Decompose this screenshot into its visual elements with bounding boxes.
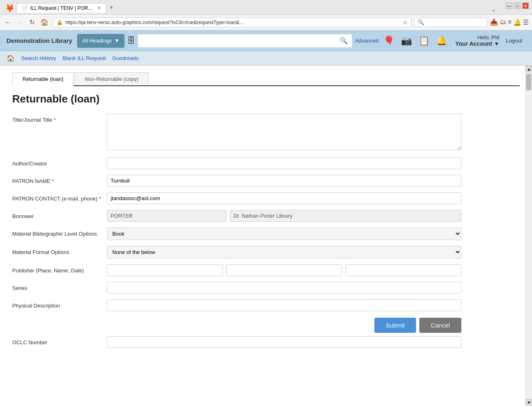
series-label: Series	[12, 282, 102, 291]
series-row: Series	[12, 282, 461, 294]
minimize-button[interactable]: —	[506, 2, 512, 9]
tab-non-returnable[interactable]: Non-Returnable (copy)	[74, 72, 149, 85]
title-required-marker: *	[53, 117, 56, 123]
physical-desc-field	[107, 299, 461, 311]
form-buttons: Submit Cancel	[12, 318, 461, 333]
home-icon[interactable]: 🏠	[7, 54, 15, 62]
account-chevron-icon: ▼	[494, 40, 499, 47]
reload-button[interactable]: ↻	[28, 18, 36, 27]
patron-name-input[interactable]	[107, 175, 461, 187]
search-dropdown-label: All Headings	[82, 38, 112, 44]
form-title: Returnable (loan)	[12, 93, 520, 105]
search-dropdown[interactable]: All Headings ▼	[77, 34, 125, 48]
borrower-fields	[107, 210, 461, 222]
oclc-input[interactable]	[107, 336, 461, 348]
list-icon[interactable]: 📋	[418, 36, 430, 46]
close-button[interactable]: ✕	[522, 2, 529, 9]
publisher-label: Publisher (Place, Name, Date)	[12, 264, 102, 274]
menu-icon[interactable]: ☰	[523, 18, 529, 26]
advanced-search-button[interactable]: Advanced	[355, 38, 378, 44]
bookmark-icon[interactable]: ☆	[403, 19, 408, 26]
author-row: Author/Creator	[12, 157, 461, 169]
back-button[interactable]: ←	[3, 18, 13, 27]
publisher-place-input[interactable]	[107, 264, 223, 276]
scroll-down-button[interactable]: ▼	[526, 399, 532, 406]
material-biblio-select[interactable]: Book Article Chapter Thesis Other	[107, 227, 461, 240]
browser-search-input[interactable]	[426, 20, 484, 25]
material-biblio-label: Material Bibliographic Level Options	[12, 227, 102, 237]
account-greeting: Hello, Phil	[455, 35, 499, 40]
submit-button[interactable]: Submit	[374, 318, 416, 333]
patron-contact-row: PATRON CONTACT (e-mail, phone) *	[12, 192, 461, 204]
address-bar[interactable]: 🔒 https://qa-tenv-verso.auto-graphics.co…	[53, 18, 412, 27]
browser-tab[interactable]: 📄 ILL Request | TENV | PORTER | Au... ✕	[16, 3, 106, 13]
author-input[interactable]	[107, 157, 461, 169]
url-text: https://qa-tenv-verso.auto-graphics.com/…	[65, 20, 400, 25]
app-title: Demonstration Library	[7, 37, 72, 44]
patron-contact-label: PATRON CONTACT (e-mail, phone) *	[12, 192, 102, 202]
search-history-link[interactable]: Search History	[21, 55, 56, 61]
search-input-wrap: 🔍	[138, 34, 353, 48]
form-tabs: Returnable (loan) Non-Returnable (copy)	[12, 72, 520, 86]
notification-icon[interactable]: 🔔	[436, 36, 447, 46]
patron-name-label: PATRON NAME *	[12, 175, 102, 184]
new-tab-button[interactable]: +	[106, 2, 116, 13]
account-name[interactable]: Your Account ▼	[455, 40, 499, 47]
material-format-select[interactable]: None of the below Microfilm Large Print …	[107, 246, 461, 258]
material-biblio-field: Book Article Chapter Thesis Other	[107, 227, 461, 240]
tab-returnable[interactable]: Returnable (loan)	[12, 72, 73, 86]
tab-close-button[interactable]: ✕	[97, 5, 101, 11]
patron-contact-field	[107, 192, 461, 204]
search-button[interactable]: 🔍	[336, 35, 352, 46]
logout-button[interactable]: Logout	[503, 36, 525, 45]
tab-overflow-icon[interactable]: ⌄	[491, 6, 496, 13]
balloon-icon[interactable]: 🎈	[383, 36, 394, 46]
goodreads-link[interactable]: Goodreads	[112, 55, 138, 61]
publisher-fields	[107, 264, 461, 276]
patron-name-required-marker: *	[52, 178, 54, 184]
publisher-row: Publisher (Place, Name, Date)	[12, 264, 461, 276]
database-icon[interactable]: 🗄	[127, 36, 135, 45]
browser-search-bar[interactable]: 🔍	[414, 18, 487, 27]
scroll-up-button[interactable]: ▲	[526, 66, 532, 72]
author-label: Author/Creator	[12, 157, 102, 167]
search-form: All Headings ▼ 🗄 🔍 Advanced	[77, 34, 378, 48]
blank-ill-request-link[interactable]: Blank ILL Request	[62, 55, 106, 61]
chevron-down-icon: ▼	[114, 38, 120, 44]
cancel-button[interactable]: Cancel	[419, 318, 461, 333]
material-format-row: Material Format Options None of the belo…	[12, 246, 461, 258]
forward-button[interactable]: →	[16, 18, 25, 27]
account-section[interactable]: Hello, Phil Your Account ▼	[455, 35, 499, 47]
reader-icon[interactable]: ≡	[508, 18, 512, 26]
search-icon: 🔍	[418, 19, 424, 25]
author-field	[107, 157, 461, 169]
bell-icon[interactable]: 🔔	[513, 18, 521, 26]
title-row: Title/Journal Title *	[12, 114, 461, 152]
patron-contact-input[interactable]	[107, 192, 461, 204]
publisher-date-input[interactable]	[345, 264, 461, 276]
camera-icon[interactable]: 📷	[401, 36, 412, 46]
vertical-scrollbar[interactable]: ▲ ▼	[525, 66, 532, 406]
header-icons: 🎈 📷 📋 🔔	[383, 36, 447, 46]
publisher-name-input[interactable]	[226, 264, 342, 276]
oclc-label: OCLC Number	[12, 336, 102, 345]
borrower-label: Borrower	[12, 210, 102, 219]
physical-desc-label: Physical Description	[12, 299, 102, 309]
home-nav-button[interactable]: 🏠	[39, 18, 50, 27]
physical-desc-row: Physical Description	[12, 299, 461, 311]
shield-icon: 🔒	[56, 19, 63, 25]
oclc-field	[107, 336, 461, 348]
material-format-label: Material Format Options	[12, 246, 102, 255]
material-format-field: None of the below Microfilm Large Print …	[107, 246, 461, 258]
container-icon[interactable]: 🗂	[500, 18, 506, 26]
physical-desc-input[interactable]	[107, 299, 461, 311]
scroll-thumb[interactable]	[526, 74, 531, 90]
oclc-row: OCLC Number	[12, 336, 461, 348]
search-input[interactable]	[138, 36, 336, 45]
pocket-icon[interactable]: 📥	[490, 18, 498, 26]
title-input[interactable]	[107, 114, 461, 150]
series-field	[107, 282, 461, 294]
maximize-button[interactable]: □	[514, 2, 521, 9]
borrower-name-input	[230, 210, 461, 222]
series-input[interactable]	[107, 282, 461, 294]
